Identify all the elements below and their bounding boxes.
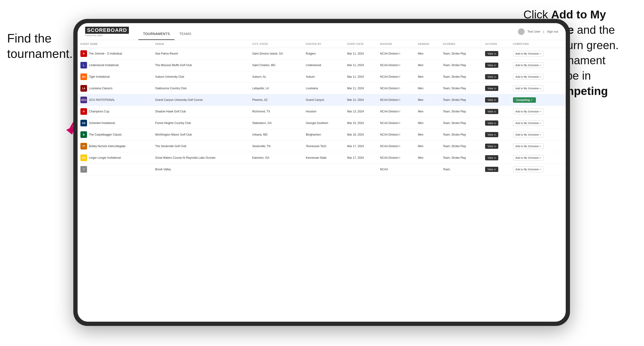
view-button[interactable]: View ⊙ [485, 74, 498, 79]
tablet-frame: SCOREBOARD Powered by clippd TOURNAMENTS… [73, 19, 570, 326]
cell-gender: Men [415, 106, 440, 117]
event-name: Champions Cup [89, 110, 109, 113]
table-row: HChampions CupShadow Hawk Golf ClubRichm… [78, 106, 566, 117]
tablet-screen: SCOREBOARD Powered by clippd TOURNAMENTS… [78, 23, 566, 322]
team-logo: TT [80, 143, 87, 150]
competing-cell: Add to My Schedule + [510, 59, 566, 71]
competing-button[interactable]: Competing ✓ [513, 97, 536, 103]
competing-cell: Add to My Schedule + [510, 48, 566, 59]
event-name-cell: KSLinger Longer Invitational [78, 152, 152, 164]
sign-out-link[interactable]: Sign out [547, 30, 558, 33]
cell-scoring: Team, Stroke Play [440, 48, 482, 59]
add-to-schedule-button[interactable]: Add to My Schedule + [513, 109, 544, 114]
cell-division: NCAA Division I [377, 129, 415, 141]
cell-gender: Men [415, 117, 440, 129]
event-name: Schenkel Invitational [89, 121, 115, 125]
nav-tabs: TOURNAMENTS TEAMS [138, 23, 196, 40]
actions-cell: View ⊙ [482, 164, 510, 175]
view-button[interactable]: View ⊙ [485, 132, 498, 137]
col-start-date: START DATE [344, 40, 377, 48]
event-name-cell: LLindenwood Invitational [78, 59, 152, 71]
cell-division: NCAA Division I [377, 71, 415, 83]
event-name-cell: GSSchenkel Invitational [78, 117, 152, 129]
event-name: The Carpetbagger Classic [89, 133, 122, 136]
cell-hosted-by: Kennesaw State [303, 152, 344, 164]
cell-division: NCAA Division I [377, 106, 415, 117]
cell-start-date: Mar 11, 2024 [344, 59, 377, 71]
add-to-schedule-button[interactable]: Add to My Schedule + [513, 155, 544, 161]
actions-cell: View ⊙ [482, 59, 510, 71]
view-button[interactable]: View ⊙ [485, 120, 498, 126]
event-name: Linger Longer Invitational [89, 156, 121, 160]
user-avatar [518, 28, 524, 35]
add-to-schedule-button[interactable]: Add to My Schedule + [513, 74, 544, 80]
add-to-schedule-button[interactable]: Add to My Schedule + [513, 167, 544, 172]
cell-scoring: Team, Stroke Play [440, 83, 482, 94]
cell-division: NCAA Division I [377, 59, 415, 71]
cell-hosted-by: Tennessee Tech [303, 141, 344, 152]
add-to-schedule-button[interactable]: Add to My Schedule + [513, 132, 544, 138]
view-button[interactable]: View ⊙ [485, 167, 498, 172]
competing-cell: Add to My Schedule + [510, 129, 566, 141]
view-button[interactable]: View ⊙ [485, 63, 498, 68]
cell-venue: Worthington Manor Golf Club [152, 129, 249, 141]
add-to-schedule-button[interactable]: Add to My Schedule + [513, 143, 544, 149]
cell-scoring: Team, Stroke Play [440, 71, 482, 83]
view-button[interactable]: View ⊙ [485, 109, 498, 114]
cell-gender: Men [415, 83, 440, 94]
table-row: BThe Carpetbagger ClassicWorthington Man… [78, 129, 566, 141]
annotation-left: Find the tournament. [7, 31, 73, 61]
cell-scoring: Team, Stroke Play [440, 59, 482, 71]
col-scoring: SCORING [440, 40, 482, 48]
cell-start-date: Mar 12, 2024 [344, 94, 377, 106]
table-row: LALouisiana ClassicsOakbourne Country Cl… [78, 83, 566, 94]
team-logo: LA [80, 85, 87, 92]
tab-teams[interactable]: TEAMS [174, 32, 196, 40]
competing-cell: Add to My Schedule + [510, 152, 566, 164]
table-container[interactable]: EVENT NAME VENUE CITY, STATE HOSTED BY S… [78, 40, 566, 322]
actions-cell: View ⊙ [482, 117, 510, 129]
cell-gender: Men [415, 71, 440, 83]
cell-venue: Brook Valley [152, 164, 249, 175]
header-right: Test User | Sign out [518, 28, 558, 35]
cell-venue: Shadow Hawk Golf Club [152, 106, 249, 117]
competing-cell: Add to My Schedule + [510, 164, 566, 175]
cell-city-state: Phoenix, AZ [249, 94, 303, 106]
view-button[interactable]: View ⊙ [485, 51, 498, 56]
col-hosted-by: HOSTED BY [303, 40, 344, 48]
cell-gender [415, 164, 440, 175]
view-button[interactable]: View ⊙ [485, 86, 498, 91]
cell-division: NCAA Division I [377, 94, 415, 106]
event-name: GCU INVITATIONAL [89, 98, 115, 102]
competing-cell: Add to My Schedule + [510, 83, 566, 94]
cell-scoring: Team, Stroke Play [440, 106, 482, 117]
add-to-schedule-button[interactable]: Add to My Schedule + [513, 120, 544, 126]
cell-hosted-by: Georgia Southern [303, 117, 344, 129]
table-row: GSSchenkel InvitationalForest Heights Co… [78, 117, 566, 129]
table-header: EVENT NAME VENUE CITY, STATE HOSTED BY S… [78, 40, 566, 48]
add-to-schedule-button[interactable]: Add to My Schedule + [513, 85, 544, 91]
actions-cell: View ⊙ [482, 106, 510, 117]
competing-cell: Add to My Schedule + [510, 71, 566, 83]
view-button[interactable]: View ⊙ [485, 144, 498, 149]
actions-cell: View ⊙ [482, 141, 510, 152]
cell-gender: Men [415, 152, 440, 164]
cell-start-date: Mar 17, 2024 [344, 152, 377, 164]
tab-tournaments[interactable]: TOURNAMENTS [138, 32, 174, 40]
cell-scoring: Team, Stroke Play [440, 117, 482, 129]
view-button[interactable]: View ⊙ [485, 97, 498, 103]
team-logo: L [80, 62, 87, 68]
event-name: The Johnnie - O Individual [89, 52, 122, 55]
cell-start-date: Mar 11, 2024 [344, 48, 377, 59]
table-row: GCUGCU INVITATIONALGrand Canyon Universi… [78, 94, 566, 106]
cell-start-date: Mar 15, 2024 [344, 117, 377, 129]
col-city-state: CITY, STATE [249, 40, 303, 48]
cell-venue: The Sevierville Golf Club [152, 141, 249, 152]
cell-scoring: Team, Stroke Play [440, 94, 482, 106]
add-to-schedule-button[interactable]: Add to My Schedule + [513, 62, 544, 68]
view-button[interactable]: View ⊙ [485, 155, 498, 160]
add-to-schedule-button[interactable]: Add to My Schedule + [513, 51, 544, 56]
cell-scoring: Team, Stroke Play [440, 141, 482, 152]
table-row: ?Brook ValleyNCAATeam,View ⊙Add to My Sc… [78, 164, 566, 175]
event-name-cell: HChampions Cup [78, 106, 152, 117]
